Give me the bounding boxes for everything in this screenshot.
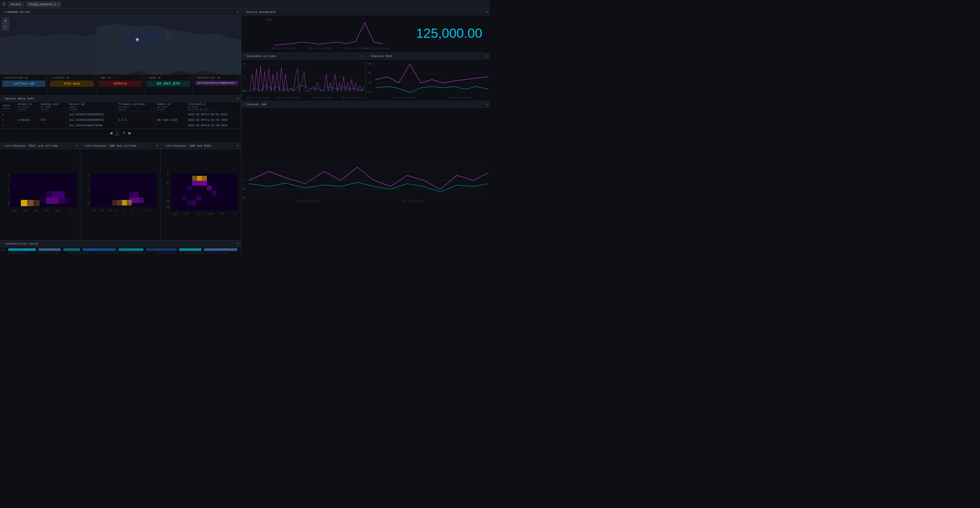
- col-device-id: device_id GROUPSTRING: [67, 102, 116, 112]
- bandwidth-content: 125k 2022-02-01 00:00:00 2022-02-03 00:0…: [241, 16, 490, 51]
- svg-rect-41: [129, 192, 134, 197]
- application-id-icon: ⠿: [2, 76, 4, 79]
- topbar: ☰ bucket thing_network_s: [0, 0, 490, 9]
- ids-row: ⠿ APPLICATION ID ⊕ influx-db ⠿ CLUSTER I…: [0, 75, 241, 96]
- svg-text:-140: -140: [171, 213, 177, 215]
- bandwidth-settings-icon[interactable]: ⚙: [486, 10, 488, 14]
- col-table: table UNIQUE: [0, 102, 16, 112]
- cluster-id-label: ⠿ CLUSTER ID ⊕: [50, 76, 94, 80]
- svg-text:-8: -8: [115, 209, 118, 212]
- svg-text:Sea: Sea: [165, 35, 170, 38]
- cluster-id-value: ttn-eu1: [50, 81, 94, 87]
- svg-text:-4: -4: [123, 209, 126, 212]
- main-layout: ⠿ LoRaWAN Server ⚙: [0, 9, 490, 254]
- svg-rect-64: [197, 176, 202, 181]
- airtime-settings-icon[interactable]: ⚙: [361, 54, 363, 58]
- zoom-in-button[interactable]: +: [3, 18, 8, 24]
- corr-rssi-airtime-title: ⠿ Correlation: RSSI and Airtime: [2, 144, 58, 148]
- svg-rect-39: [134, 197, 139, 203]
- svg-text:1: 1: [243, 76, 245, 79]
- map-zoom-controls: + −: [2, 18, 9, 30]
- table-row: 1 eui-333437396e378c0d 2022-02-03T13:51:…: [0, 123, 241, 129]
- svg-rect-71: [186, 200, 191, 205]
- svg-text:2022-02-01 00:00:00: 2022-02-01 00:00:00: [8, 252, 27, 254]
- session-key-id-label: ⠿ SESSION KEY ID ⊕: [195, 76, 239, 80]
- svg-rect-24: [65, 197, 71, 204]
- svg-rect-61: [192, 181, 197, 186]
- svg-rect-46: [112, 200, 117, 205]
- svg-text:2022-02-04 21:00:00: 2022-02-04 21:00:00: [401, 200, 423, 202]
- svg-text:-125: -125: [183, 213, 189, 215]
- page-2-button[interactable]: 2: [122, 131, 126, 135]
- zoom-out-button[interactable]: −: [3, 24, 8, 30]
- svg-rect-65: [202, 176, 207, 181]
- svg-rect-67: [207, 186, 212, 191]
- device-meta-title: ⠿ Device Meta Info: [2, 97, 35, 100]
- svg-text:-16: -16: [100, 209, 104, 212]
- svg-rect-19: [59, 197, 65, 204]
- svg-text:2022-02-03 00:00:00: 2022-02-03 00:00:00: [127, 252, 146, 254]
- connectivity-settings-icon[interactable]: ⚙: [237, 242, 239, 246]
- corr-snr-airtime: ⠿ Correlation: SNR and Airtime ⊕ 1.5 1 0…: [80, 143, 161, 240]
- lorawan-title: ⠿ LoRaWAN Server: [2, 11, 30, 14]
- menu-icon[interactable]: ☰: [2, 2, 6, 6]
- band-id-value: EU_863_870: [146, 81, 190, 87]
- svg-text:-105: -105: [366, 72, 371, 75]
- heatmap-snr-rssi-svg: 5 0 -5 -10 -15: [161, 149, 241, 240]
- svg-text:-5: -5: [165, 191, 169, 194]
- corr-rssi-airtime: ⠿ Correlation: RSSI and Airtime ⊕ 1.5 1 …: [0, 143, 80, 240]
- svg-text:-20: -20: [91, 209, 95, 212]
- svg-rect-44: [127, 200, 132, 205]
- svg-text:-100: -100: [366, 63, 371, 65]
- svg-rect-62: [197, 181, 202, 186]
- connectivity-cycle: ⠿ Connectivity Cycle ⚙ 200 2022-02-01 00…: [0, 240, 241, 254]
- svg-text:5: 5: [242, 161, 244, 164]
- prev-page-button[interactable]: ◀: [110, 131, 113, 135]
- band-id-cell: ⠿ BAND ID ⊕ EU_863_870: [144, 75, 192, 95]
- svg-text:1: 1: [8, 188, 10, 191]
- grip-icon: ⠿: [2, 11, 4, 14]
- corr-snr-rssi-title: ⠿ Correlation: SNR and RSSI: [163, 144, 212, 148]
- corr-snr-airtime-settings-icon[interactable]: ⊕: [156, 144, 158, 148]
- bucket-label: bucket: [8, 2, 24, 7]
- corr-rssi-settings-icon[interactable]: ⊕: [76, 144, 78, 148]
- svg-rect-87: [179, 248, 201, 251]
- col-firmware: firmware_version NO GROUPSTRING: [116, 102, 155, 112]
- svg-text:-115: -115: [366, 91, 371, 94]
- heatmap-snr-airtime-svg: 1.5 1 0.25 -20: [80, 149, 160, 240]
- page-1-button[interactable]: 1: [115, 131, 119, 135]
- channel-snr-settings-icon[interactable]: ⚙: [486, 102, 488, 107]
- corr-snr-rssi: ⠿ Correlation: SNR and RSSI ⚙ 5 0 -5 -10…: [161, 143, 241, 240]
- svg-text:1.5: 1.5: [242, 63, 246, 65]
- next-page-button[interactable]: ▶: [129, 131, 132, 135]
- svg-text:-9: -9: [233, 213, 236, 215]
- session-key-id-icon: ⠿: [195, 76, 197, 79]
- channel-snr-title: ⠿ Channel SNR: [243, 103, 267, 106]
- svg-rect-40: [139, 197, 144, 203]
- cluster-id-icon: ⠿: [50, 76, 52, 79]
- svg-text:1: 1: [88, 188, 90, 191]
- device-meta-settings-icon[interactable]: ⚙: [237, 97, 239, 101]
- svg-rect-81: [8, 248, 36, 251]
- net-id-icon: ⠿: [99, 76, 100, 79]
- measurement-dropdown[interactable]: thing_network_s: [26, 2, 60, 7]
- svg-rect-88: [204, 248, 237, 251]
- corr-snr-rssi-settings-icon[interactable]: ⚙: [237, 144, 239, 148]
- col-model-id: model_id NO GROUPSTRING: [155, 102, 186, 112]
- bandwidth-title: ⠿ Device Bandwidth: [243, 11, 276, 14]
- svg-rect-25: [21, 200, 27, 206]
- svg-rect-23: [40, 197, 46, 204]
- channel-snr-chart-svg: 5 0 -5 -10 -15: [241, 108, 490, 254]
- svg-text:2022-02-04 18:00:00: 2022-02-04 18:00:00: [393, 97, 415, 99]
- channel-rssi-settings-icon[interactable]: ⚙: [486, 54, 488, 58]
- map-background: North Sea + −: [0, 16, 241, 75]
- map-container: North Sea + −: [0, 16, 241, 75]
- net-id-value: 000013: [99, 81, 142, 87]
- svg-text:2022-02-03 12:00:00: 2022-02-03 12:00:00: [157, 252, 176, 254]
- connectivity-chart-svg: 200 2022-02-01 00:00:00 2022-02-01 12:00…: [0, 247, 241, 254]
- lorawan-settings-icon[interactable]: ⚙: [237, 10, 239, 14]
- map-svg: North Sea: [0, 16, 241, 75]
- svg-rect-18: [46, 197, 52, 204]
- svg-text:2022-02-01 00:00:00: 2022-02-01 00:00:00: [272, 47, 296, 49]
- svg-text:-120: -120: [32, 209, 38, 212]
